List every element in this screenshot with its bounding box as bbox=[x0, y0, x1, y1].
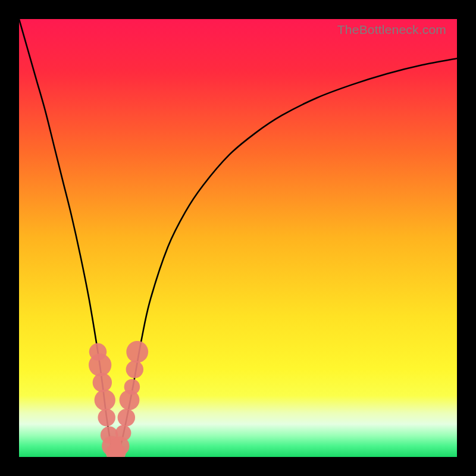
data-marker bbox=[98, 409, 115, 426]
plot-area: TheBottleneck.com bbox=[19, 19, 457, 457]
outer-frame: TheBottleneck.com bbox=[0, 0, 476, 476]
data-marker bbox=[115, 425, 131, 440]
data-marker bbox=[93, 373, 112, 392]
data-marker bbox=[124, 379, 140, 394]
watermark-text: TheBottleneck.com bbox=[337, 23, 446, 37]
data-marker bbox=[118, 409, 135, 426]
data-marker bbox=[95, 390, 115, 411]
data-marker bbox=[89, 353, 111, 376]
data-marker bbox=[126, 361, 143, 378]
data-marker bbox=[126, 341, 148, 363]
bottleneck-curve bbox=[19, 19, 457, 457]
